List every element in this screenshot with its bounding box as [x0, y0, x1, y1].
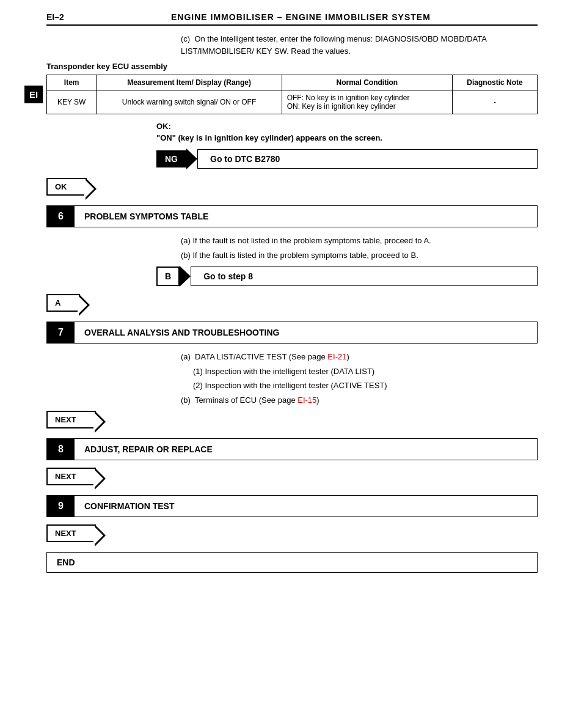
step-6-item-b: (b) If the fault is listed in the proble…	[181, 249, 538, 262]
section-title: ENGINE IMMOBILISER – ENGINE IMMOBILISER …	[171, 12, 431, 22]
col-header-diagnostic: Diagnostic Note	[452, 75, 537, 90]
step-6-title: PROBLEM SYMPTOMS TABLE	[75, 206, 218, 227]
next-3-container: NEXT	[46, 524, 538, 542]
step-7-title: OVERALL ANALYSIS AND TROUBLESHOOTING	[75, 322, 289, 343]
ok-description: "ON" (key is in ignition key cylinder) a…	[156, 133, 538, 142]
step-7-subitem-2: (2) Inspection with the intelligent test…	[181, 380, 538, 392]
b-destination: Go to step 8	[191, 267, 538, 286]
ng-row: NG Go to DTC B2780	[156, 149, 538, 169]
col-header-measurement: Measurement Item/ Display (Range)	[97, 75, 282, 90]
next-1-chevron: NEXT	[46, 411, 96, 428]
end-row: END	[46, 552, 538, 573]
cell-normal: OFF: No key is in ignition key cylinder …	[282, 90, 452, 114]
step-7-number: 7	[47, 322, 75, 343]
step-7-content: (a) DATA LIST/ACTIVE TEST (See page EI-2…	[46, 351, 538, 406]
step-7-subitem-1: (1) Inspection with the intelligent test…	[181, 366, 538, 378]
step-6-content: (a) If the fault is not listed in the pr…	[46, 235, 538, 261]
step-7-row: 7 OVERALL ANALYSIS AND TROUBLESHOOTING	[46, 322, 538, 344]
next-3-chevron: NEXT	[46, 524, 96, 542]
page-number: EI–2	[46, 12, 64, 22]
a-chevron: A	[46, 294, 80, 312]
step-7-item-a: (a) DATA LIST/ACTIVE TEST (See page EI-2…	[181, 351, 538, 363]
ok-label: OK:	[156, 122, 538, 131]
table-row: KEY SW Unlock warning switch signal/ ON …	[47, 90, 538, 114]
step-8-title: ADJUST, REPAIR OR REPLACE	[75, 439, 222, 460]
step-9-title: CONFIRMATION TEST	[75, 496, 184, 517]
ei-sidebar-tab: EI	[24, 86, 43, 103]
ok-result-area: OK: "ON" (key is in ignition key cylinde…	[46, 122, 538, 142]
ng-destination: Go to DTC B2780	[197, 149, 538, 169]
data-table: Item Measurement Item/ Display (Range) N…	[46, 75, 538, 114]
col-header-item: Item	[47, 75, 97, 90]
cell-item: KEY SW	[47, 90, 97, 114]
table-title: Transponder key ECU assembly	[46, 62, 538, 71]
step-8-row: 8 ADJUST, REPAIR OR REPLACE	[46, 438, 538, 460]
page-header: EI–2 ENGINE IMMOBILISER – ENGINE IMMOBIL…	[46, 12, 538, 26]
b-badge: B	[156, 267, 180, 286]
b-arrow-icon	[180, 266, 191, 287]
step-6-row: 6 PROBLEM SYMPTOMS TABLE	[46, 205, 538, 227]
b-row: B Go to step 8	[156, 266, 538, 287]
step-8-number: 8	[47, 439, 75, 460]
next-2-chevron: NEXT	[46, 468, 96, 485]
link-ei15[interactable]: EI-15	[297, 395, 316, 405]
table-section: Transponder key ECU assembly Item Measur…	[46, 62, 538, 114]
link-ei21[interactable]: EI-21	[327, 352, 346, 361]
col-header-normal: Normal Condition	[282, 75, 452, 90]
step-6-item-a: (a) If the fault is not listed in the pr…	[181, 235, 538, 247]
step-7-item-b: (b) Terminals of ECU (See page EI-15)	[181, 394, 538, 406]
ng-badge: NG	[156, 150, 186, 167]
intro-text: (c) On the intelligent tester, enter the…	[46, 33, 538, 57]
cell-measurement: Unlock warning switch signal/ ON or OFF	[97, 90, 282, 114]
a-chevron-container: A	[46, 294, 538, 312]
next-1-container: NEXT	[46, 411, 538, 428]
cell-diagnostic: -	[452, 90, 537, 114]
step-9-number: 9	[47, 496, 75, 517]
next-2-container: NEXT	[46, 468, 538, 485]
end-label: END	[47, 553, 85, 572]
ok-chevron-container: OK	[46, 178, 538, 196]
step-6-number: 6	[47, 206, 75, 227]
step-9-row: 9 CONFIRMATION TEST	[46, 495, 538, 517]
ng-arrow-icon	[186, 149, 197, 169]
ok-chevron: OK	[46, 178, 87, 196]
